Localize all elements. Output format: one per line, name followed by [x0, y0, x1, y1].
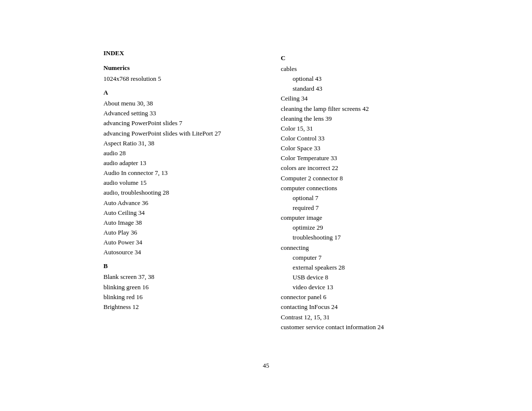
entry-a-13: Auto Play 36 — [103, 228, 251, 238]
entry-c-3: Ceiling 34 — [281, 94, 429, 103]
entry-c-21: USB device 8 — [281, 273, 429, 282]
entry-c-24: contacting InFocus 24 — [281, 302, 429, 312]
entry-c-7: Color Control 33 — [281, 134, 429, 143]
section-header-a: A — [103, 89, 251, 97]
entry-b-3: Brightness 12 — [103, 302, 251, 312]
entry-c-17: troubleshooting 17 — [281, 233, 429, 242]
entry-a-9: audio, troubleshooting 28 — [103, 188, 251, 198]
entry-a-12: Auto Image 38 — [103, 218, 251, 228]
entry-c-1: optional 43 — [281, 74, 429, 84]
entry-a-0: About menu 30, 38 — [103, 99, 251, 108]
entry-a-4: Aspect Ratio 31, 38 — [103, 138, 251, 148]
entry-a-11: Auto Ceiling 34 — [103, 208, 251, 218]
entry-a-14: Auto Power 34 — [103, 238, 251, 247]
entry-a-8: audio volume 15 — [103, 178, 251, 188]
entry-a-1: Advanced setting 33 — [103, 108, 251, 118]
entry-c-5: cleaning the lens 39 — [281, 114, 429, 124]
entry-b-2: blinking red 16 — [103, 292, 251, 302]
entry-c-26: customer service contact information 24 — [281, 322, 429, 332]
entry-c-23: connector panel 6 — [281, 292, 429, 302]
page: INDEX Numerics 1024x768 resolution 5 A A… — [74, 0, 458, 399]
page-number: 45 — [103, 362, 429, 370]
entry-c-12: computer connections — [281, 183, 429, 193]
section-header-c: C — [281, 54, 429, 62]
entry-a-6: audio adapter 13 — [103, 158, 251, 168]
section-header-b: B — [103, 262, 251, 270]
entry-c-19: computer 7 — [281, 253, 429, 263]
index-title: INDEX — [103, 49, 251, 57]
entry-c-4: cleaning the lamp filter screens 42 — [281, 104, 429, 114]
entry-a-10: Auto Advance 36 — [103, 198, 251, 208]
index-columns: INDEX Numerics 1024x768 resolution 5 A A… — [103, 49, 429, 332]
entry-a-15: Autosource 34 — [103, 247, 251, 257]
entry-c-6: Color 15, 31 — [281, 124, 429, 134]
right-column: C cables optional 43 standard 43 Ceiling… — [281, 49, 429, 332]
entry-c-10: colors are incorrect 22 — [281, 163, 429, 173]
entry-c-16: optimize 29 — [281, 223, 429, 233]
entry-c-9: Color Temperature 33 — [281, 153, 429, 163]
entry-b-1: blinking green 16 — [103, 282, 251, 292]
left-column: INDEX Numerics 1024x768 resolution 5 A A… — [103, 49, 251, 332]
entry-c-22: video device 13 — [281, 282, 429, 292]
entry-a-7: Audio In connector 7, 13 — [103, 168, 251, 178]
entry-b-0: Blank screen 37, 38 — [103, 272, 251, 282]
entry-c-25: Contrast 12, 15, 31 — [281, 312, 429, 322]
entry-c-8: Color Space 33 — [281, 143, 429, 153]
entry-c-0: cables — [281, 64, 429, 74]
entry-c-18: connecting — [281, 243, 429, 253]
entry-c-14: required 7 — [281, 203, 429, 213]
entry-c-15: computer image — [281, 213, 429, 223]
entry-c-13: optional 7 — [281, 193, 429, 203]
entry-c-2: standard 43 — [281, 84, 429, 94]
entry-a-3: advancing PowerPoint slides with LitePor… — [103, 129, 251, 138]
entry-c-20: external speakers 28 — [281, 263, 429, 273]
entry-a-5: audio 28 — [103, 148, 251, 158]
entry-c-11: Computer 2 connector 8 — [281, 173, 429, 183]
section-header-numerics: Numerics — [103, 64, 251, 72]
entry-numerics-0: 1024x768 resolution 5 — [103, 74, 251, 84]
entry-a-2: advancing PowerPoint slides 7 — [103, 118, 251, 128]
